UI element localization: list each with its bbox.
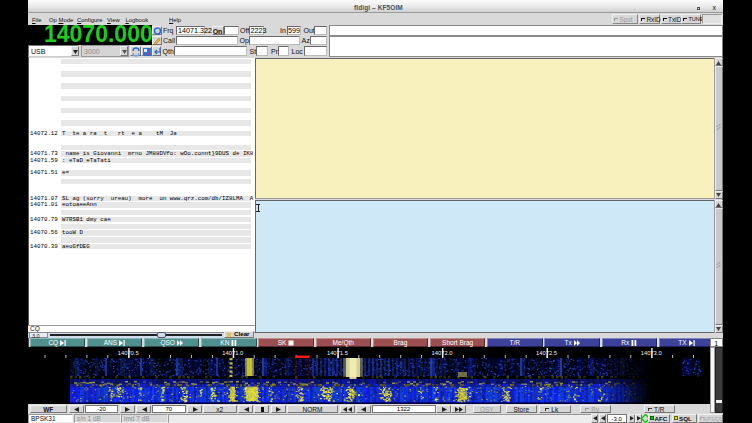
svg-text:14071.0: 14071.0 [222,350,243,356]
svg-text:14073.0: 14073.0 [641,350,662,356]
svg-text:14071.5: 14071.5 [327,350,348,356]
svg-text:14072.0: 14072.0 [432,350,453,356]
svg-text:14072.5: 14072.5 [536,350,557,356]
svg-text:14070.5: 14070.5 [118,350,139,356]
